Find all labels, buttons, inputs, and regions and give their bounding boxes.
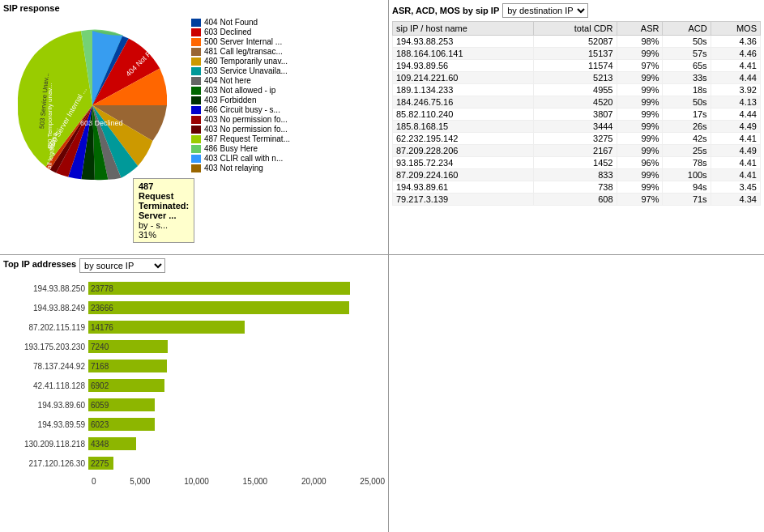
bar-fill: 23666 [88, 301, 349, 314]
legend-label: 603 Declined [204, 28, 251, 36]
asr-cell-asr: 98% [617, 36, 663, 48]
bar-ip-label: 42.41.118.128 [3, 381, 88, 390]
legend-color [191, 87, 201, 95]
asr-cell-cdr: 3807 [534, 109, 617, 121]
legend-color [191, 19, 201, 27]
top-ip-header: Top IP addresses by source IP by destina… [3, 258, 385, 273]
asr-cell-cdr: 833 [534, 169, 617, 181]
asr-cell-mos: 4.41 [711, 133, 760, 145]
legend-item: 403 No permission fo... [191, 115, 383, 124]
asr-cell-cdr: 3275 [534, 133, 617, 145]
asr-title: ASR, ACD, MOS by sip IP [392, 6, 499, 15]
asr-cell-cdr: 738 [534, 181, 617, 194]
table-row[interactable]: 194.93.88.253 52087 98% 50s 4.36 [393, 36, 761, 48]
asr-cell-acd: 78s [663, 157, 711, 169]
table-row[interactable]: 109.214.221.60 5213 99% 33s 4.44 [393, 72, 761, 84]
bar-value: 4348 [88, 440, 109, 449]
pie-chart: 404 Not Found 603 Declined 500 Server In… [3, 16, 181, 194]
asr-cell-mos: 4.46 [711, 48, 760, 60]
asr-cell-mos: 4.41 [711, 60, 760, 72]
tooltip-value: 31% [139, 230, 189, 240]
asr-dropdown[interactable]: by destination IP by source IP [502, 3, 588, 18]
legend-color [191, 126, 201, 134]
empty-bottom-right [389, 255, 764, 532]
asr-cell-mos: 3.92 [711, 84, 760, 96]
list-item: 193.175.203.230 7240 [3, 338, 385, 355]
bar-ip-label: 194.93.88.249 [3, 304, 88, 313]
bar-ip-label: 78.137.244.92 [3, 362, 88, 371]
table-row[interactable]: 62.232.195.142 3275 99% 42s 4.41 [393, 133, 761, 145]
table-row[interactable]: 87.209.228.206 2167 99% 25s 4.49 [393, 145, 761, 157]
asr-cell-ip: 194.93.89.56 [393, 60, 534, 72]
asr-col-mos: MOS [711, 22, 760, 36]
asr-panel: ASR, ACD, MOS by sip IP by destination I… [389, 0, 764, 254]
tooltip-subtitle: by - s... [139, 220, 189, 230]
sip-response-panel: SIP response [0, 0, 389, 254]
bar-track: 4348 [88, 437, 385, 450]
table-row[interactable]: 85.82.110.240 3807 99% 17s 4.44 [393, 109, 761, 121]
bar-fill: 7168 [88, 360, 167, 372]
table-row[interactable]: 184.246.75.16 4520 99% 50s 4.13 [393, 96, 761, 109]
list-item: 194.93.89.59 6023 [3, 415, 385, 433]
asr-cell-acd: 57s [663, 48, 711, 60]
x-axis-tick: 5,000 [130, 477, 150, 486]
bar-fill: 6023 [88, 418, 155, 431]
asr-cell-ip: 188.164.106.141 [393, 48, 534, 60]
bar-track: 7240 [88, 340, 385, 353]
legend-label: 503 Service Unavaila... [204, 66, 288, 75]
legend-label: 486 Circuit busy - s... [204, 105, 280, 114]
asr-cell-mos: 4.49 [711, 145, 760, 157]
x-axis-tick: 15,000 [243, 477, 268, 486]
bar-fill: 23778 [88, 282, 350, 295]
table-row[interactable]: 188.164.106.141 15137 99% 57s 4.46 [393, 48, 761, 60]
legend-label: 480 Temporarily unav... [204, 57, 288, 66]
table-row[interactable]: 194.93.89.61 738 99% 94s 3.45 [393, 181, 761, 194]
legend-container: 404 Not Found603 Declined500 Server Inte… [190, 16, 385, 247]
table-row[interactable]: 185.8.168.15 3444 99% 26s 4.49 [393, 121, 761, 133]
asr-col-asr: ASR [617, 22, 663, 36]
bar-fill: 14176 [88, 321, 245, 334]
asr-cell-acd: 65s [663, 60, 711, 72]
asr-table: sip IP / host name total CDR ASR ACD MOS… [392, 21, 761, 206]
table-row[interactable]: 87.209.224.160 833 99% 100s 4.41 [393, 169, 761, 181]
top-ip-dropdown[interactable]: by source IP by destination IP [79, 258, 165, 273]
asr-cell-acd: 17s [663, 109, 711, 121]
asr-cell-cdr: 2167 [534, 145, 617, 157]
asr-cell-cdr: 11574 [534, 60, 617, 72]
main-container: SIP response [0, 0, 764, 532]
legend-color [191, 145, 201, 153]
asr-cell-acd: 50s [663, 96, 711, 109]
bar-ip-label: 217.120.126.30 [3, 459, 88, 468]
asr-cell-mos: 4.44 [711, 109, 760, 121]
legend-item: 404 Not Found [191, 18, 383, 27]
asr-cell-ip: 62.232.195.142 [393, 133, 534, 145]
asr-cell-ip: 194.93.89.61 [393, 181, 534, 194]
table-row[interactable]: 93.185.72.234 1452 96% 78s 4.41 [393, 157, 761, 169]
bar-track: 23778 [88, 282, 385, 295]
legend-label: 487 Request Terminat... [204, 134, 290, 143]
bottom-row: Top IP addresses by source IP by destina… [0, 255, 764, 532]
tooltip-title: 487 Request Terminated: Server ... [139, 181, 189, 220]
asr-col-cdr: total CDR [534, 22, 617, 36]
legend-label: 481 Call leg/transac... [204, 47, 283, 56]
asr-cell-ip: 79.217.3.139 [393, 194, 534, 206]
asr-cell-ip: 93.185.72.234 [393, 157, 534, 169]
table-row[interactable]: 79.217.3.139 608 97% 71s 4.34 [393, 194, 761, 206]
list-item: 42.41.118.128 6902 [3, 377, 385, 394]
asr-cell-cdr: 4520 [534, 96, 617, 109]
legend-label: 500 Server Internal ... [204, 37, 282, 46]
legend-color [191, 57, 201, 66]
asr-col-ip: sip IP / host name [393, 22, 534, 36]
legend-item: 481 Call leg/transac... [191, 47, 383, 56]
legend-item: 403 CLIR call with n... [191, 154, 383, 163]
legend-color [191, 48, 201, 56]
legend-label: 403 Forbidden [204, 96, 257, 104]
table-row[interactable]: 194.93.89.56 11574 97% 65s 4.41 [393, 60, 761, 72]
asr-cell-acd: 50s [663, 36, 711, 48]
asr-cell-cdr: 5213 [534, 72, 617, 84]
bar-value: 7240 [88, 343, 109, 351]
asr-cell-cdr: 15137 [534, 48, 617, 60]
table-row[interactable]: 189.1.134.233 4955 99% 18s 3.92 [393, 84, 761, 96]
asr-cell-ip: 194.93.88.253 [393, 36, 534, 48]
asr-cell-ip: 87.209.228.206 [393, 145, 534, 157]
